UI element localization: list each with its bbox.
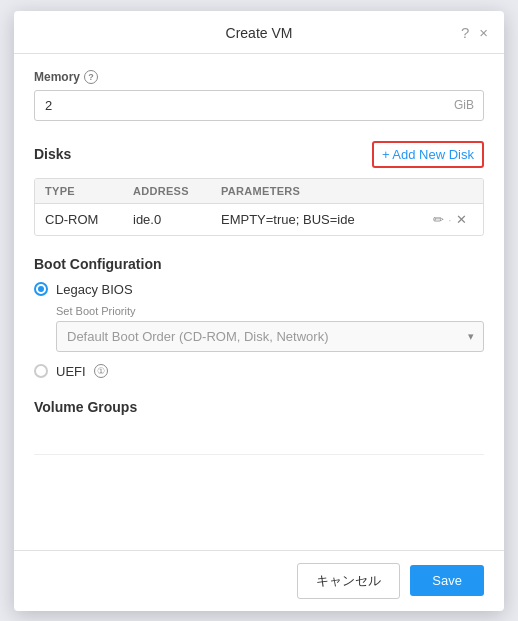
cancel-button[interactable]: キャンセル: [297, 563, 400, 599]
boot-section-title: Boot Configuration: [34, 256, 484, 272]
create-vm-modal: Create VM ? × Memory ? GiB Disks + Add N…: [14, 11, 504, 611]
disk-parameters: EMPTY=true; BUS=ide: [221, 212, 425, 227]
volume-groups-section: Volume Groups: [34, 399, 484, 455]
disks-header: Disks + Add New Disk: [34, 141, 484, 168]
disk-table-header: TYPE ADDRESS PARAMETERS: [35, 179, 483, 204]
volume-groups-title: Volume Groups: [34, 399, 484, 415]
modal-header-icons: ? ×: [461, 24, 488, 41]
modal-header: Create VM ? ×: [14, 11, 504, 54]
set-boot-priority-label: Set Boot Priority: [56, 305, 484, 317]
save-button[interactable]: Save: [410, 565, 484, 596]
modal-title: Create VM: [226, 25, 293, 41]
memory-help-icon[interactable]: ?: [84, 70, 98, 84]
disks-title: Disks: [34, 146, 71, 162]
help-icon[interactable]: ?: [461, 24, 469, 41]
disk-delete-icon[interactable]: ✕: [456, 212, 467, 227]
disk-address: ide.0: [133, 212, 213, 227]
radio-inner-dot: [38, 286, 44, 292]
uefi-label: UEFI: [56, 364, 86, 379]
boot-order-select[interactable]: Default Boot Order (CD-ROM, Disk, Networ…: [56, 321, 484, 352]
volume-groups-empty: [34, 425, 484, 455]
disk-table: TYPE ADDRESS PARAMETERS CD-ROM ide.0 EMP…: [34, 178, 484, 236]
memory-input[interactable]: [34, 90, 484, 121]
add-new-disk-button[interactable]: + Add New Disk: [372, 141, 484, 168]
action-separator: ·: [448, 212, 452, 227]
uefi-help-icon[interactable]: ①: [94, 364, 108, 378]
disk-edit-icon[interactable]: ✏: [433, 212, 444, 227]
col-parameters: PARAMETERS: [221, 185, 425, 197]
modal-footer: キャンセル Save: [14, 550, 504, 611]
modal-overlay: Create VM ? × Memory ? GiB Disks + Add N…: [0, 0, 518, 621]
disk-actions: ✏ · ✕: [433, 212, 473, 227]
memory-suffix: GiB: [454, 98, 474, 112]
close-icon[interactable]: ×: [479, 24, 488, 41]
legacy-bios-radio[interactable]: [34, 282, 48, 296]
boot-order-select-wrapper: Default Boot Order (CD-ROM, Disk, Networ…: [56, 321, 484, 352]
disk-type: CD-ROM: [45, 212, 125, 227]
legacy-bios-option[interactable]: Legacy BIOS: [34, 282, 484, 297]
col-address: ADDRESS: [133, 185, 213, 197]
table-row: CD-ROM ide.0 EMPTY=true; BUS=ide ✏ · ✕: [35, 204, 483, 235]
boot-configuration-section: Boot Configuration Legacy BIOS Set Boot …: [34, 256, 484, 379]
memory-label: Memory ?: [34, 70, 484, 84]
modal-body: Memory ? GiB Disks + Add New Disk TYPE A…: [14, 54, 504, 550]
uefi-option[interactable]: UEFI ①: [34, 364, 484, 379]
legacy-bios-label: Legacy BIOS: [56, 282, 133, 297]
col-type: TYPE: [45, 185, 125, 197]
uefi-radio[interactable]: [34, 364, 48, 378]
memory-input-wrapper: GiB: [34, 90, 484, 121]
